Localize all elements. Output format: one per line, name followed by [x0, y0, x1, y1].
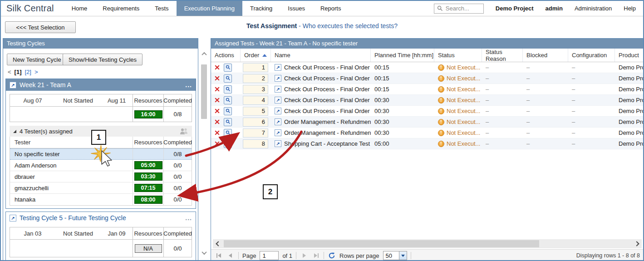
not-executed-status-icon: !	[438, 64, 444, 71]
scrollbar-thumb[interactable]	[201, 64, 207, 119]
cycle-card-week21-header[interactable]: ↗ Week 21 - Team A ...	[6, 79, 196, 91]
cycles-next-link[interactable]: >	[34, 69, 38, 75]
view-details-magnifier-icon[interactable]	[224, 129, 232, 137]
tester-column-header: Tester	[10, 139, 133, 146]
order-input[interactable]	[243, 107, 268, 116]
scrollbar-thumb[interactable]	[224, 240, 539, 247]
page-number-input[interactable]	[260, 251, 279, 260]
new-testing-cycle-button[interactable]: New Testing Cycle	[7, 54, 67, 65]
search-placeholder: Search...	[446, 5, 469, 12]
show-hide-cycles-button[interactable]: Show/Hide Testing Cycles	[63, 54, 143, 65]
table-row[interactable]: ↗Check Out Process - Final Order S... 00…	[211, 73, 644, 84]
cycles-page-1[interactable]: [1]	[15, 69, 22, 75]
order-input[interactable]	[243, 139, 268, 148]
nav-tests[interactable]: Tests	[147, 1, 176, 16]
collapse-triangle-icon[interactable]	[13, 130, 16, 133]
open-test-icon[interactable]: ↗	[275, 118, 281, 125]
refresh-icon[interactable]	[328, 251, 336, 260]
table-row[interactable]: ↗Check Out Process - Final Order S... 00…	[211, 106, 644, 117]
remove-test-icon[interactable]	[215, 108, 222, 113]
column-actions[interactable]: Actions	[211, 49, 241, 62]
nav-administration[interactable]: Administration	[575, 5, 612, 12]
tester-row[interactable]: gmazzuchelli 07:15 0/0	[10, 182, 192, 194]
order-input[interactable]	[243, 63, 268, 72]
remove-test-icon[interactable]	[215, 130, 222, 135]
view-details-magnifier-icon[interactable]	[224, 107, 232, 115]
table-row[interactable]: ↗Order Management - Refundmen... 00:30 !…	[211, 128, 644, 138]
remove-test-icon[interactable]	[215, 87, 222, 92]
project-selector[interactable]: Demo Project	[496, 5, 534, 12]
column-status-reason[interactable]: Status Reason	[482, 49, 523, 62]
order-input[interactable]	[243, 118, 268, 127]
table-row[interactable]: ↗Check Out Process - Final Order S... 00…	[211, 84, 644, 95]
remove-test-icon[interactable]	[215, 76, 222, 81]
order-input[interactable]	[243, 96, 268, 105]
column-blocked[interactable]: Blocked	[523, 49, 568, 62]
view-details-magnifier-icon[interactable]	[224, 85, 232, 94]
rows-per-page-select[interactable]: 50	[383, 251, 407, 260]
cycle-end-date: Jan 09	[101, 230, 133, 237]
cycle-card-cycle5-header[interactable]: ↗ Testing Cycle 5 - Future Testing Cycle…	[6, 212, 196, 224]
nav-execution-planning[interactable]: Execution Planning	[177, 1, 242, 16]
table-row[interactable]: ↗Shopping Cart - Acceptance Test 05:00 !…	[211, 138, 644, 149]
order-input[interactable]	[243, 74, 268, 83]
remove-test-icon[interactable]	[215, 98, 222, 103]
view-details-magnifier-icon[interactable]	[224, 64, 232, 72]
tester-row[interactable]: dbrauer 03:30 0/0	[10, 171, 192, 182]
nav-reports[interactable]: Reports	[313, 1, 349, 16]
view-details-magnifier-icon[interactable]	[224, 140, 232, 148]
remove-test-icon[interactable]	[215, 119, 222, 124]
table-row[interactable]: ↗Order Management - Refundmen... 00:30 !…	[211, 117, 644, 128]
nav-requirements[interactable]: Requirements	[95, 1, 147, 16]
column-order[interactable]: Order	[241, 49, 271, 62]
scroll-left-button[interactable]	[213, 239, 222, 248]
nav-issues[interactable]: Issues	[280, 1, 313, 16]
column-configuration[interactable]: Configuration	[568, 49, 615, 62]
first-page-button[interactable]	[215, 251, 223, 260]
dropdown-button[interactable]	[399, 251, 407, 260]
nav-home[interactable]: Home	[64, 1, 95, 16]
tester-row-no-specific[interactable]: No specific tester 0/8	[10, 148, 192, 160]
column-status[interactable]: Status	[434, 49, 482, 62]
remove-test-icon[interactable]	[215, 141, 222, 146]
column-name[interactable]: Name	[271, 49, 371, 62]
next-page-button[interactable]	[300, 251, 308, 260]
search-input[interactable]: Search...	[434, 4, 484, 14]
nav-help[interactable]: Help	[624, 5, 636, 12]
cycles-page-2[interactable]: [2]	[25, 69, 31, 75]
last-page-button[interactable]	[312, 251, 320, 260]
view-details-magnifier-icon[interactable]	[224, 96, 232, 104]
cycle-menu-button[interactable]: ...	[185, 81, 192, 89]
open-test-icon[interactable]: ↗	[275, 75, 281, 82]
cycle-menu-button[interactable]: ...	[185, 214, 192, 222]
scroll-up-button[interactable]	[200, 50, 208, 58]
page-label: Page	[242, 252, 256, 259]
view-details-magnifier-icon[interactable]	[224, 74, 232, 83]
horizontal-scrollbar[interactable]	[213, 239, 642, 248]
previous-page-button[interactable]	[226, 251, 235, 260]
view-details-magnifier-icon[interactable]	[224, 118, 232, 126]
cycles-prev-link[interactable]: <	[8, 69, 11, 75]
open-test-icon[interactable]: ↗	[275, 108, 281, 114]
tester-row[interactable]: Adam Anderson 05:00 0/0	[10, 160, 192, 171]
column-planned-time[interactable]: Planned Time [hh:mm]	[371, 49, 434, 62]
open-test-icon[interactable]: ↗	[275, 140, 281, 147]
remove-test-icon[interactable]	[215, 65, 222, 70]
open-test-icon[interactable]: ↗	[275, 97, 281, 103]
table-row[interactable]: ↗Check Out Process - Final Order S... 00…	[211, 95, 644, 106]
table-row[interactable]: ↗Check Out Process - Final Order S... 00…	[211, 62, 644, 73]
left-vertical-scrollbar[interactable]	[200, 50, 208, 257]
column-product[interactable]: Product	[615, 49, 644, 62]
scroll-down-button[interactable]	[200, 249, 208, 257]
open-test-icon[interactable]: ↗	[275, 129, 281, 136]
open-cycle-icon[interactable]: ↗	[10, 215, 16, 222]
open-test-icon[interactable]: ↗	[275, 86, 281, 93]
open-cycle-icon[interactable]: ↗	[10, 82, 16, 89]
order-input[interactable]	[243, 85, 268, 94]
tester-row[interactable]: htanaka 08:00 0/0	[10, 194, 192, 205]
user-menu[interactable]: admin	[546, 5, 563, 12]
order-input[interactable]	[243, 128, 268, 138]
open-test-icon[interactable]: ↗	[275, 64, 281, 71]
nav-tracking[interactable]: Tracking	[242, 1, 280, 16]
scroll-right-button[interactable]	[633, 239, 642, 248]
